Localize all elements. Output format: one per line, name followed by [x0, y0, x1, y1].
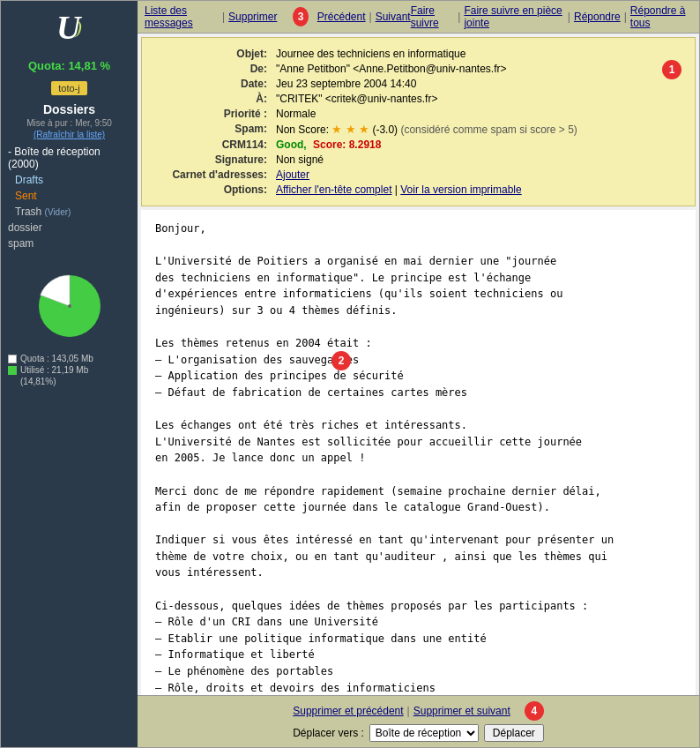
drafts-label: Drafts: [15, 174, 43, 186]
a-value: "CRITEK" <critek@univ-nantes.fr>: [276, 93, 684, 105]
move-button[interactable]: Déplacer: [484, 724, 544, 742]
sep5: |: [624, 11, 627, 23]
options-print-link[interactable]: Voir la version imprimable: [400, 183, 521, 196]
email-row-options: Options: Afficher l'en-tête complet | Vo…: [153, 183, 684, 196]
options-entete-link[interactable]: Afficher l'en-tête complet: [276, 183, 391, 196]
spam-value: Non Score: ★ ★ ★ (-3.0) (considéré comme…: [276, 123, 684, 136]
carnet-value: Ajouter: [276, 168, 684, 181]
repondre-link[interactable]: Répondre: [574, 11, 621, 23]
a-label: À:: [153, 93, 276, 105]
crm-value: Good, Score: 8.2918: [276, 138, 684, 151]
sep1: |: [222, 11, 225, 23]
used-storage-pct: (14,81%): [20, 377, 56, 386]
sidebar-item-sent[interactable]: Sent: [1, 188, 138, 204]
spam-extra: (considéré comme spam si score > 5): [400, 123, 577, 136]
boite-count: (2000): [8, 158, 39, 170]
supprimer-link[interactable]: Supprimer: [228, 11, 277, 23]
email-row-objet: Objet: Journee des techniciens en inform…: [153, 48, 684, 60]
marker-1: 1: [662, 60, 681, 79]
used-storage-label: Utilisé : 21,19 Mb: [20, 365, 88, 375]
sep3: |: [458, 11, 460, 23]
de-value: "Anne Petitbon" <Anne.Petitbon@univ-nant…: [276, 63, 684, 75]
sidebar-nav: - Boîte de réception (2000) Drafts Sent …: [1, 140, 138, 255]
move-select[interactable]: Boîte de réception Drafts Sent Trash dos…: [369, 724, 479, 742]
refresh-link[interactable]: (Rafraîchir la liste): [34, 130, 105, 139]
star3: ★: [359, 123, 369, 136]
spam-label: Spam:: [153, 123, 276, 135]
sidebar-item-spam[interactable]: spam: [1, 236, 138, 251]
sep2: |: [369, 11, 372, 23]
email-row-spam: Spam: Non Score: ★ ★ ★ (-3.0) (considéré…: [153, 123, 684, 136]
precedent-link[interactable]: Précédent: [317, 11, 366, 23]
date-label: Date:: [153, 78, 276, 90]
email-body-scroll[interactable]: Bonjour, L'Université de Poitiers a orga…: [141, 210, 696, 695]
used-box-icon: [8, 366, 17, 375]
dossiers-title: Dossiers: [1, 99, 138, 118]
signature-value: Non signé: [276, 153, 684, 166]
priorite-value: Normale: [276, 108, 684, 120]
faire-suivre-pj-link[interactable]: Faire suivre en pièce jointe: [464, 4, 563, 29]
spam-label: spam: [8, 237, 34, 250]
star1: ★: [331, 123, 342, 136]
objet-label: Objet:: [153, 48, 276, 60]
marker-3: 3: [293, 7, 308, 26]
sidebar-logo-area: U ): [1, 1, 138, 54]
options-label: Options:: [153, 183, 276, 196]
email-body-text: Bonjour, L'Université de Poitiers a orga…: [155, 221, 681, 695]
date-value: Jeu 23 septembre 2004 14:40: [276, 78, 684, 90]
boite-label: - Boîte de réception: [8, 146, 101, 158]
toto-badge: toto-j: [51, 81, 86, 95]
email-row-carnet: Carnet d'adresses: Ajouter: [153, 168, 684, 181]
faire-suivre-link[interactable]: Faire suivre: [411, 4, 455, 29]
sep4: |: [568, 11, 570, 23]
spam-score-text: (-3.0): [372, 123, 398, 136]
storage-chart: [1, 264, 138, 348]
marker-4: 4: [525, 701, 544, 721]
bottom-row2: Déplacer vers : Boîte de réception Draft…: [293, 724, 544, 742]
suivant-link[interactable]: Suivant: [376, 11, 411, 23]
bottom-toolbar: Supprimer et précédent | Supprimer et su…: [138, 695, 699, 747]
crm-score: Score: 8.2918: [313, 138, 381, 151]
dossier-label: dossier: [8, 221, 42, 234]
sidebar-item-trash[interactable]: Trash (Vider): [1, 204, 138, 220]
crm-label: CRM114:: [153, 138, 276, 151]
quota-storage-label: Quota : 143,05 Mb: [20, 354, 93, 363]
options-value: Afficher l'en-tête complet | Voir la ver…: [276, 183, 684, 196]
de-label: De:: [153, 63, 276, 75]
bottom-sep: |: [407, 705, 410, 717]
email-header: Objet: Journee des techniciens en inform…: [141, 37, 696, 206]
marker-2: 2: [331, 351, 351, 370]
email-row-a: À: "CRITEK" <critek@univ-nantes.fr>: [153, 93, 684, 105]
spam-nonscore: Non Score:: [276, 123, 329, 136]
email-row-date: Date: Jeu 23 septembre 2004 14:40: [153, 78, 684, 90]
top-toolbar: Liste des messages | Supprimer 3 Précéde…: [138, 1, 699, 34]
trash-label: Trash: [15, 206, 41, 218]
trash-vider[interactable]: (Vider): [45, 207, 71, 217]
main-content: Liste des messages | Supprimer 3 Précéde…: [138, 1, 699, 747]
repondre-tous-link[interactable]: Répondre à tous: [630, 4, 692, 29]
sidebar-item-drafts[interactable]: Drafts: [1, 172, 138, 188]
email-row-priorite: Priorité : Normale: [153, 108, 684, 120]
storage-info: Quota : 143,05 Mb Utilisé : 21,19 Mb (14…: [1, 348, 138, 392]
toto-badge-area: toto-j: [1, 78, 138, 99]
svg-point-1: [68, 304, 71, 308]
carnet-label: Carnet d'adresses:: [153, 168, 276, 181]
supprimer-precedent-link[interactable]: Supprimer et précédent: [293, 705, 403, 717]
supprimer-suivant-link[interactable]: Supprimer et suivant: [413, 705, 510, 717]
carnet-ajouter-link[interactable]: Ajouter: [276, 168, 309, 181]
email-row-crm: CRM114: Good, Score: 8.2918: [153, 138, 684, 151]
sidebar-item-dossier[interactable]: dossier: [1, 220, 138, 236]
star2: ★: [346, 123, 356, 136]
email-body-outer: Bonjour, L'Université de Poitiers a orga…: [138, 210, 699, 695]
update-label: Mise à pur : Mer, 9:50: [1, 118, 138, 128]
email-row-signature: Signature: Non signé: [153, 153, 684, 166]
email-header-wrapper: Objet: Journee des techniciens en inform…: [138, 34, 699, 210]
crm-good: Good,: [276, 138, 307, 151]
sent-label: Sent: [15, 190, 37, 202]
objet-value: Journee des techniciens en informatique: [276, 48, 684, 60]
liste-messages-link[interactable]: Liste des messages: [145, 4, 219, 29]
quota-label: Quota: 14,81 %: [1, 54, 138, 78]
bottom-row1: Supprimer et précédent | Supprimer et su…: [293, 701, 544, 721]
sidebar-item-boite[interactable]: - Boîte de réception (2000): [1, 144, 138, 172]
signature-label: Signature:: [153, 153, 276, 166]
